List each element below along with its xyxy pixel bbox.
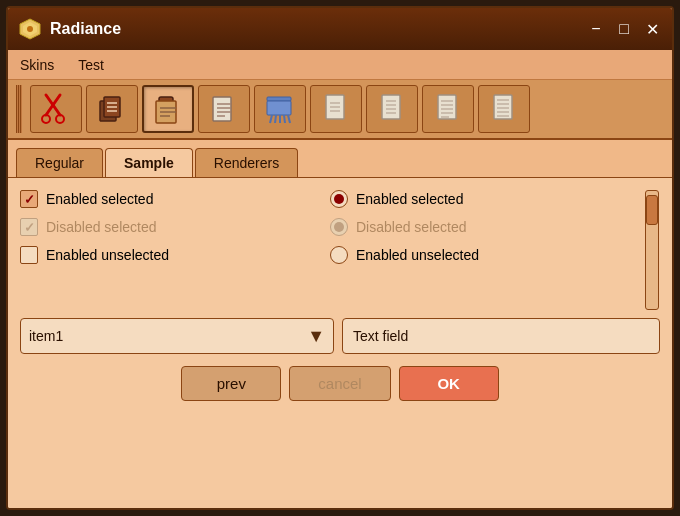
cut-button[interactable] xyxy=(30,85,82,133)
menu-bar: Skins Test xyxy=(8,50,672,80)
tab-regular[interactable]: Regular xyxy=(16,148,103,177)
dropdown[interactable]: item1 ▼ xyxy=(20,318,334,354)
ok-button[interactable]: OK xyxy=(399,366,499,401)
svg-rect-33 xyxy=(382,95,400,119)
svg-rect-23 xyxy=(267,101,291,115)
checkbox-enabled-selected-label: Enabled selected xyxy=(46,191,153,207)
title-bar: Radiance − □ ✕ xyxy=(8,8,672,50)
tab-sample[interactable]: Sample xyxy=(105,148,193,177)
input-row: item1 ▼ xyxy=(20,318,660,354)
tab-content: Enabled selected Disabled selected Enabl… xyxy=(8,177,672,508)
checkbox-enabled-selected: Enabled selected xyxy=(20,190,330,208)
menu-skins[interactable]: Skins xyxy=(16,55,58,75)
scrollbar-thumb[interactable] xyxy=(646,195,658,225)
checkbox-section: Enabled selected Disabled selected Enabl… xyxy=(20,190,330,310)
checkbox-enabled-unselected-box[interactable] xyxy=(20,246,38,264)
controls-area: Enabled selected Disabled selected Enabl… xyxy=(20,190,660,310)
scrollbar[interactable] xyxy=(644,190,660,310)
radio-enabled-selected-label: Enabled selected xyxy=(356,191,463,207)
svg-rect-22 xyxy=(267,97,291,101)
main-window: Radiance − □ ✕ Skins Test xyxy=(6,6,674,510)
doc1-button[interactable] xyxy=(310,85,362,133)
svg-point-2 xyxy=(27,26,33,32)
radio-enabled-unselected-label: Enabled unselected xyxy=(356,247,479,263)
checkbox-enabled-selected-box[interactable] xyxy=(20,190,38,208)
tab-renderers[interactable]: Renderers xyxy=(195,148,298,177)
svg-rect-38 xyxy=(438,95,456,119)
radio-enabled-selected: Enabled selected xyxy=(330,190,640,208)
prev-button[interactable]: prev xyxy=(181,366,281,401)
dropdown-arrow-icon: ▼ xyxy=(307,326,325,347)
cancel-button: cancel xyxy=(289,366,390,401)
checkbox-disabled-selected-label: Disabled selected xyxy=(46,219,157,235)
radio-enabled-unselected-btn[interactable] xyxy=(330,246,348,264)
radio-enabled-selected-btn[interactable] xyxy=(330,190,348,208)
print-button[interactable] xyxy=(198,85,250,133)
window-title: Radiance xyxy=(50,20,586,38)
copy-button[interactable] xyxy=(86,85,138,133)
window-controls: − □ ✕ xyxy=(586,19,662,39)
menu-test[interactable]: Test xyxy=(74,55,108,75)
radio-section: Enabled selected Disabled selected Enabl… xyxy=(330,190,640,310)
doc4-button[interactable] xyxy=(478,85,530,133)
toolbar-separator xyxy=(16,85,22,133)
svg-line-25 xyxy=(275,115,276,123)
svg-line-27 xyxy=(284,115,285,123)
radio-disabled-selected-btn xyxy=(330,218,348,236)
svg-line-28 xyxy=(288,115,290,123)
radio-disabled-selected: Disabled selected xyxy=(330,218,640,236)
radio-disabled-selected-label: Disabled selected xyxy=(356,219,467,235)
doc2-button[interactable] xyxy=(366,85,418,133)
action-buttons: prev cancel OK xyxy=(20,366,660,401)
toolbar xyxy=(8,80,672,140)
scrollbar-track[interactable] xyxy=(645,190,659,310)
doc3-button[interactable] xyxy=(422,85,474,133)
text-field[interactable] xyxy=(342,318,660,354)
svg-rect-17 xyxy=(213,97,231,121)
tab-bar: Regular Sample Renderers xyxy=(8,140,672,177)
minimize-button[interactable]: − xyxy=(586,19,606,39)
checkbox-enabled-unselected-label: Enabled unselected xyxy=(46,247,169,263)
checkbox-disabled-selected-box xyxy=(20,218,38,236)
checkbox-disabled-selected: Disabled selected xyxy=(20,218,330,236)
dropdown-value: item1 xyxy=(29,328,307,344)
paste-button[interactable] xyxy=(142,85,194,133)
app-icon xyxy=(18,17,42,41)
checkbox-enabled-unselected: Enabled unselected xyxy=(20,246,330,264)
svg-line-24 xyxy=(270,115,272,123)
close-button[interactable]: ✕ xyxy=(642,19,662,39)
shredder-button[interactable] xyxy=(254,85,306,133)
radio-enabled-unselected: Enabled unselected xyxy=(330,246,640,264)
maximize-button[interactable]: □ xyxy=(614,19,634,39)
